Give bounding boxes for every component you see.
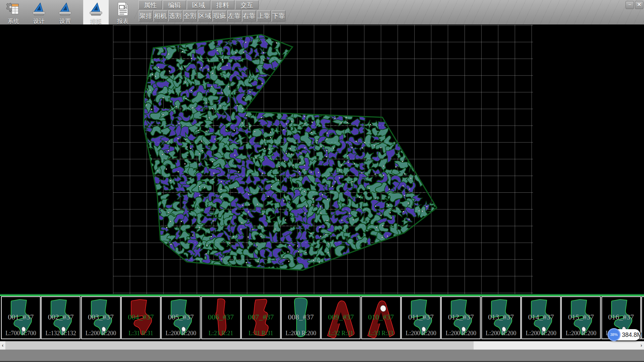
piece-lr-label: L:700 R:700 — [2, 330, 40, 337]
strip-divider-dark — [0, 294, 644, 294]
piece-thumbnail-011_#37[interactable]: 011_#37L:200 R:200 — [401, 296, 441, 339]
piece-id-label: 011_#37 — [402, 313, 440, 321]
action-button-9[interactable]: 下靠 — [272, 10, 285, 21]
piece-id-label: 009_#37 — [322, 313, 360, 321]
menu-tab-3[interactable]: 排料 — [211, 0, 234, 9]
piece-lr-label: L:200 R:200 — [482, 330, 520, 337]
scroll-right-arrow[interactable]: › — [639, 341, 644, 350]
titlebar: 系统 设计 设置 排版 报表 属性编辑区域排料交互 聚排相机选割全割区域 — [0, 0, 644, 24]
piece-thumbnail-004_#37[interactable]: 004_#37L:31 R:31 — [121, 296, 161, 339]
app-button-label: 报表 — [112, 17, 133, 25]
piece-id-label: 006_#37 — [202, 313, 240, 321]
piece-id-label: 015_#37 — [562, 313, 600, 321]
piece-lr-label: L:31 R:31 — [122, 330, 160, 337]
piece-thumbnail-013_#37[interactable]: 013_#37L:200 R:200 — [481, 296, 521, 339]
system-gear-icon — [6, 1, 21, 17]
window-controls: – ✕ — [626, 1, 643, 9]
app-button-system[interactable]: 系统 — [3, 0, 24, 24]
action-buttons: 聚排相机选割全割区域瑕疵左靠右靠上靠下靠 — [139, 10, 285, 22]
piece-lr-label: L:21 R:21 — [202, 330, 240, 337]
piece-lr-label: L:200 R:200 — [522, 330, 560, 337]
piece-lr-label: L:32 R:31 — [322, 330, 360, 337]
progress-circle: 38% — [607, 328, 621, 341]
piece-id-label: 010_#37 — [362, 313, 400, 321]
app-button-label: 排版 — [83, 17, 109, 25]
piece-lr-label: L:200 R:200 — [282, 330, 320, 337]
piece-id-label: 001_#37 — [2, 313, 40, 321]
piece-thumbnail-007_#37[interactable]: 007_#37L:31 R:31 — [241, 296, 281, 339]
menu-tabs: 属性编辑区域排料交互 — [139, 0, 259, 10]
strip-divider-green — [0, 295, 644, 296]
status-bar — [0, 350, 644, 362]
minimize-button[interactable]: – — [626, 1, 634, 9]
piece-lr-label: L:33 R:33 — [362, 330, 400, 337]
piece-lr-label: L:200 R:200 — [642, 330, 644, 337]
action-button-3[interactable]: 全割 — [183, 10, 197, 21]
nest-drawing — [113, 25, 533, 294]
piece-id-label: 012_#37 — [442, 313, 480, 321]
action-button-4[interactable]: 区域 — [198, 10, 212, 21]
piece-lr-label: L:200 R:200 — [82, 330, 120, 337]
piece-id-label: 004_#37 — [122, 313, 160, 321]
action-button-2[interactable]: 选割 — [168, 10, 182, 21]
piece-thumbnail-005_#37[interactable]: 005_#37L:200 R:200 — [161, 296, 201, 339]
piece-thumbnail-010_#37[interactable]: 010_#37L:33 R:33 — [361, 296, 401, 339]
piece-thumbnail-014_#37[interactable]: 014_#37L:200 R:200 — [521, 296, 561, 339]
report-doc-icon — [115, 1, 130, 17]
piece-thumbnail-008_#37[interactable]: 008_#37L:200 R:200 — [281, 296, 321, 339]
action-button-8[interactable]: 上靠 — [257, 10, 271, 21]
memory-badge: 38% 384.8M — [608, 329, 640, 341]
app-button-report[interactable]: 报表 — [112, 0, 133, 24]
piece-lr-label: L:200 R:200 — [562, 330, 600, 337]
app-button-layout[interactable]: 排版 — [83, 0, 109, 24]
scroll-left-arrow[interactable]: ‹ — [0, 341, 5, 350]
horizontal-scrollbar[interactable]: ‹ › — [0, 341, 644, 350]
piece-id-label: 016_#37 — [602, 313, 640, 321]
piece-id-label: 014_#37 — [522, 313, 560, 321]
piece-id-label: 002_#37 — [42, 313, 80, 321]
piece-lr-label: L:200 R:200 — [402, 330, 440, 337]
app-button-label: 设计 — [28, 17, 50, 25]
action-button-0[interactable]: 聚排 — [139, 10, 153, 21]
app-button-settings[interactable]: 设置 — [54, 0, 76, 24]
action-button-6[interactable]: 左靠 — [227, 10, 241, 21]
menu-tab-0[interactable]: 属性 — [139, 0, 162, 9]
action-button-5[interactable]: 瑕疵 — [213, 10, 226, 21]
piece-thumbnail-006_#37[interactable]: 006_#37L:21 R:21 — [201, 296, 241, 339]
piece-thumbnail-012_#37[interactable]: 012_#37L:200 R:200 — [441, 296, 481, 339]
close-button[interactable]: ✕ — [635, 1, 643, 9]
piece-id-label: 008_#37 — [282, 313, 320, 321]
piece-lr-label: L:132 R:132 — [42, 330, 80, 337]
piece-id-label: 017_#37 — [642, 313, 644, 321]
action-button-7[interactable]: 右靠 — [242, 10, 256, 21]
menu-tab-1[interactable]: 编辑 — [163, 0, 186, 9]
piece-id-label: 005_#37 — [162, 313, 200, 321]
menu-tab-2[interactable]: 区域 — [187, 0, 210, 9]
piece-id-label: 007_#37 — [242, 313, 280, 321]
piece-lr-label: L:31 R:31 — [242, 330, 280, 337]
piece-thumbnail-001_#37[interactable]: 001_#37L:700 R:700 — [1, 296, 41, 339]
triangle-ruler-icon — [88, 1, 104, 17]
scrollbar-thumb[interactable] — [5, 341, 474, 350]
piece-thumbnail-003_#37[interactable]: 003_#37L:200 R:200 — [81, 296, 121, 339]
application-window: 系统 设计 设置 排版 报表 属性编辑区域排料交互 聚排相机选割全割区域 — [0, 0, 644, 362]
piece-thumbnail-009_#37[interactable]: 009_#37L:32 R:31 — [321, 296, 361, 339]
app-button-label: 系统 — [3, 17, 24, 25]
app-button-label: 设置 — [54, 17, 76, 25]
piece-id-label: 013_#37 — [482, 313, 520, 321]
piece-thumbnail-002_#37[interactable]: 002_#37L:132 R:132 — [41, 296, 80, 339]
action-button-1[interactable]: 相机 — [154, 10, 167, 21]
memory-size-label: 384.8M — [622, 329, 642, 341]
triangle-ruler-icon — [57, 1, 73, 17]
app-button-design[interactable]: 设计 — [28, 0, 50, 24]
triangle-ruler-icon — [31, 1, 47, 17]
nest-canvas[interactable] — [0, 24, 644, 294]
piece-list: 001_#37L:700 R:700 002_#37L:132 R:132 00… — [0, 296, 644, 341]
menu-tab-4[interactable]: 交互 — [235, 0, 259, 9]
piece-thumbnail-015_#37[interactable]: 015_#37L:200 R:200 — [561, 296, 601, 339]
piece-lr-label: L:200 R:200 — [442, 330, 480, 337]
piece-id-label: 003_#37 — [82, 313, 120, 321]
piece-lr-label: L:200 R:200 — [162, 330, 200, 337]
